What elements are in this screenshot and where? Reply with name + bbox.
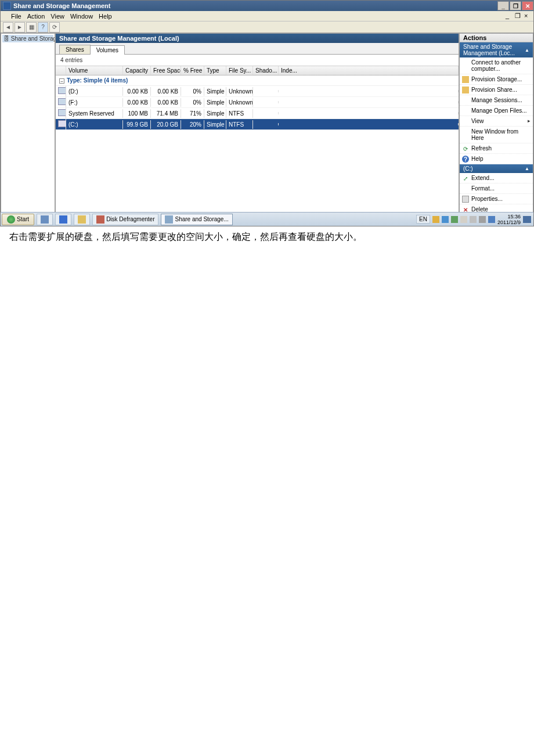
col-pct-free[interactable]: % Free: [181, 66, 204, 75]
actions-pane: Actions Share and Storage Management (Lo…: [459, 33, 533, 226]
taskbar-pinned-1[interactable]: [37, 214, 53, 225]
help-toolbar-button[interactable]: ?: [38, 22, 48, 33]
mdi-minimize-button[interactable]: _: [506, 12, 515, 20]
server-manager-icon: [41, 215, 49, 224]
action-item[interactable]: Provision Share...: [460, 85, 533, 95]
collapse-icon[interactable]: –: [59, 78, 64, 84]
defrag-icon: [96, 215, 104, 224]
minimize-button[interactable]: _: [497, 1, 509, 10]
menu-window[interactable]: Window: [70, 13, 93, 20]
disk-icon: [58, 87, 66, 94]
disk-icon: [58, 120, 66, 127]
toolbar: ◄ ► ▦ ? ⟳: [1, 21, 533, 33]
tab-strip: Shares Volumes: [56, 43, 459, 55]
mmc-window: Share and Storage Management _ ❐ ✕ File …: [0, 0, 534, 226]
collapse-up-icon: ▲: [525, 166, 529, 171]
volume-row[interactable]: (F:)0.00 KB0.00 KB0%SimpleUnknown: [56, 97, 459, 108]
menu-file[interactable]: File: [11, 13, 21, 20]
maximize-button[interactable]: ❐: [510, 1, 521, 10]
help-icon: ?: [462, 156, 469, 163]
show-desktop-button[interactable]: [523, 216, 531, 223]
tray-icon[interactable]: [451, 216, 458, 223]
tray-icon[interactable]: [460, 216, 467, 223]
properties-icon: [462, 196, 469, 203]
actions-header: Actions: [460, 34, 533, 42]
col-indexing[interactable]: Inde...: [279, 66, 459, 75]
console-tree[interactable]: 🗄 Share and Storage Management ◄ ►: [1, 33, 55, 226]
ssmgmt-icon: [165, 215, 173, 224]
action-item[interactable]: ⟳Refresh: [460, 143, 533, 154]
actions-section-2-header[interactable]: (C:)▲: [460, 164, 533, 173]
action-item[interactable]: Format...: [460, 183, 533, 194]
action-item[interactable]: View: [460, 116, 533, 127]
taskbar-item-defrag[interactable]: Disk Defragmenter: [92, 214, 158, 225]
grid-header[interactable]: Volume Capacity Free Space % Free Type F…: [56, 66, 459, 75]
forward-button[interactable]: ►: [15, 22, 25, 33]
action-item[interactable]: Connect to another computer...: [460, 57, 533, 74]
tray-icon[interactable]: [479, 216, 486, 223]
taskbar-pinned-3[interactable]: [74, 214, 90, 225]
provision-icon: [462, 76, 469, 83]
action-item[interactable]: New Window from Here: [460, 127, 533, 143]
taskbar-pinned-2[interactable]: [55, 214, 71, 225]
system-tray: EN 15:362011/12/9: [416, 214, 532, 225]
extend-icon: ⤢: [462, 175, 469, 182]
start-orb-icon: [7, 215, 15, 224]
tab-volumes[interactable]: Volumes: [90, 45, 125, 55]
collapse-up-icon: ▲: [525, 48, 529, 53]
volumes-grid: Volume Capacity Free Space % Free Type F…: [56, 66, 459, 130]
refresh-toolbar-button[interactable]: ⟳: [49, 22, 60, 33]
action-item[interactable]: Properties...: [460, 194, 533, 204]
group-row[interactable]: –Type: Simple (4 items): [56, 75, 459, 86]
volume-row[interactable]: (D:)0.00 KB0.00 KB0%SimpleUnknown: [56, 86, 459, 97]
menu-action[interactable]: Action: [27, 13, 45, 20]
close-button[interactable]: ✕: [522, 1, 533, 10]
main-area: 🗄 Share and Storage Management ◄ ► Share…: [1, 33, 533, 226]
show-hide-tree-button[interactable]: ▦: [26, 22, 37, 33]
col-type[interactable]: Type: [204, 66, 226, 75]
menu-help[interactable]: Help: [99, 13, 112, 20]
entries-count: 4 entries: [56, 55, 459, 66]
menu-view[interactable]: View: [50, 13, 64, 20]
col-free-space[interactable]: Free Space: [151, 66, 181, 75]
app-icon: [3, 2, 11, 10]
menubar: File Action View Window Help _ ❐ ×: [1, 11, 533, 21]
tree-root-item[interactable]: 🗄 Share and Storage Management: [2, 35, 53, 42]
col-shadow[interactable]: Shado...: [253, 66, 279, 75]
language-indicator[interactable]: EN: [416, 215, 430, 224]
action-item[interactable]: Manage Sessions...: [460, 95, 533, 106]
tray-icon[interactable]: [470, 216, 477, 223]
actions-section-1-header[interactable]: Share and Storage Management (Loc...▲: [460, 42, 533, 57]
caption-text: 右击需要扩展的硬盘，然后填写需要更改的空间大小，确定，然后再查看硬盘的大小。: [0, 226, 534, 248]
provision-icon: [462, 87, 469, 93]
taskbar: Start Disk Defragmenter Share and Storag…: [1, 212, 533, 226]
tab-shares[interactable]: Shares: [59, 45, 91, 54]
col-volume[interactable]: Volume: [66, 66, 123, 75]
disk-icon: [58, 98, 66, 105]
powershell-icon: [59, 215, 67, 224]
explorer-icon: [78, 215, 86, 224]
disk-icon: [58, 109, 66, 116]
tray-clock[interactable]: 15:362011/12/9: [497, 214, 521, 225]
mdi-restore-button[interactable]: ❐: [515, 12, 524, 20]
action-item[interactable]: Manage Open Files...: [460, 106, 533, 116]
action-item[interactable]: ?Help: [460, 154, 533, 164]
window-controls: _ ❐ ✕: [497, 1, 533, 10]
volume-row[interactable]: (C:)99.9 GB20.0 GB20%SimpleNTFS: [56, 119, 459, 130]
action-item[interactable]: Provision Storage...: [460, 74, 533, 85]
tray-icon[interactable]: [442, 216, 449, 223]
start-button[interactable]: Start: [2, 214, 34, 225]
back-button[interactable]: ◄: [3, 22, 13, 33]
titlebar: Share and Storage Management _ ❐ ✕: [1, 1, 533, 11]
center-pane: Share and Storage Management (Local) Sha…: [55, 33, 459, 226]
refresh-icon: ⟳: [462, 145, 469, 152]
col-filesystem[interactable]: File Sy...: [226, 66, 253, 75]
taskbar-item-ssmgmt[interactable]: Share and Storage...: [161, 214, 232, 225]
col-capacity[interactable]: Capacity: [123, 66, 151, 75]
volume-row[interactable]: System Reserved100 MB71.4 MB71%SimpleNTF…: [56, 108, 459, 119]
mdi-close-button[interactable]: ×: [524, 12, 533, 20]
tray-icon[interactable]: [432, 216, 439, 223]
window-title: Share and Storage Management: [13, 2, 111, 9]
action-item[interactable]: ⤢Extend...: [460, 173, 533, 183]
tray-icon[interactable]: [488, 216, 495, 223]
